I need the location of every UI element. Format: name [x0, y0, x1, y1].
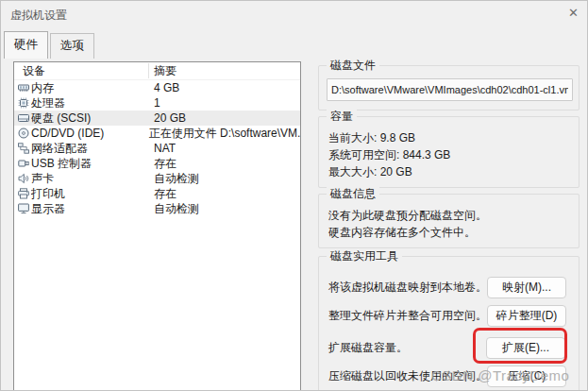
capacity-group-label: 容量 [327, 110, 357, 124]
compact-label: 压缩磁盘以回收未使用的空间。 [328, 368, 487, 384]
device-list: 设备 摘要 内存 4 GB 处理器 1 硬盘 (SCSI) 20 GB CD/D… [13, 61, 301, 391]
device-summary: 自动检测 [148, 171, 199, 187]
titlebar: 虚拟机设置 ✕ [1, 1, 587, 27]
current-size-text: 当前大小: 9.8 GB [328, 129, 571, 146]
memory-icon [18, 82, 31, 94]
device-summary: 20 GB [148, 111, 186, 125]
window-title: 虚拟机设置 [10, 8, 67, 24]
column-header-summary[interactable]: 摘要 [148, 63, 176, 79]
display-icon [18, 203, 31, 214]
device-summary: 4 GB [148, 81, 179, 94]
device-row-network-adapter[interactable]: 网络适配器 NAT [14, 141, 300, 156]
device-row-display[interactable]: 显示器 自动检测 [14, 201, 300, 216]
column-header-device[interactable]: 设备 [14, 63, 148, 79]
device-row-printer[interactable]: 打印机 存在 [14, 186, 300, 201]
map-button[interactable]: 映射(M)... [487, 277, 566, 298]
cd-dvd-icon [18, 128, 31, 139]
device-row-usb-controller[interactable]: USB 控制器 存在 [14, 156, 300, 171]
disk-file-group-label: 磁盘文件 [327, 59, 379, 73]
device-summary: 存在 [148, 186, 176, 202]
device-summary: 1 [148, 96, 160, 110]
disk-info-line2: 硬盘内容存储在多个文件中。 [328, 224, 571, 241]
device-row-cddvd[interactable]: CD/DVD (IDE) 正在使用文件 D:\software\VM... [14, 126, 300, 141]
device-summary: NAT [148, 142, 176, 155]
tab-hardware[interactable]: 硬件 [4, 31, 48, 59]
device-row-memory[interactable]: 内存 4 GB [14, 80, 300, 95]
sound-card-icon [18, 173, 31, 184]
device-name: 网络适配器 [31, 141, 148, 157]
disk-file-path-input[interactable] [327, 78, 573, 101]
device-row-harddisk[interactable]: 硬盘 (SCSI) 20 GB [14, 110, 300, 126]
tab-bar: 硬件 选项 [4, 31, 96, 59]
device-name: 内存 [31, 80, 148, 96]
expand-button[interactable]: 扩展(E)... [486, 337, 565, 359]
capacity-group: 容量 当前大小: 9.8 GB 系统可用空间: 844.3 GB 最大大小: 2… [318, 116, 580, 188]
device-name: 处理器 [31, 95, 148, 111]
device-name: 打印机 [31, 186, 148, 202]
disk-info-line1: 没有为此硬盘预分配磁盘空间。 [328, 207, 571, 224]
disk-utilities-group: 磁盘实用工具 将该虚拟机磁盘映射到本地卷。 映射(M)... 整理文件碎片并整合… [318, 256, 580, 391]
expand-label: 扩展磁盘容量。 [328, 340, 408, 356]
defragment-label: 整理文件碎片并整合可用空间。 [328, 308, 487, 324]
max-size-text: 最大大小: 20 GB [328, 163, 571, 180]
close-icon[interactable]: ✕ [568, 6, 579, 20]
device-name: 声卡 [31, 171, 148, 187]
disk-file-group: 磁盘文件 [318, 65, 580, 110]
expand-row: 扩展磁盘容量。 扩展(E)... [328, 336, 565, 359]
device-row-sound-card[interactable]: 声卡 自动检测 [14, 171, 300, 186]
usb-controller-icon [18, 158, 31, 169]
device-name: 显示器 [31, 201, 148, 217]
disk-info-group: 磁盘信息 没有为此硬盘预分配磁盘空间。 硬盘内容存储在多个文件中。 [318, 194, 580, 248]
printer-icon [18, 188, 31, 199]
disk-info-group-label: 磁盘信息 [327, 187, 379, 201]
network-adapter-icon [18, 143, 31, 154]
system-free-space-text: 系统可用空间: 844.3 GB [328, 146, 571, 163]
processor-icon [18, 97, 31, 109]
map-label: 将该虚拟机磁盘映射到本地卷。 [328, 280, 487, 296]
defragment-button[interactable]: 碎片整理(D) [487, 305, 566, 327]
device-list-header: 设备 摘要 [14, 62, 300, 80]
vm-settings-dialog: 虚拟机设置 ✕ 硬件 选项 设备 摘要 内存 4 GB 处理器 1 硬盘 (SC… [0, 0, 588, 391]
disk-utilities-group-label: 磁盘实用工具 [327, 249, 402, 264]
device-name: USB 控制器 [31, 156, 148, 172]
device-name: CD/DVD (IDE) [31, 127, 143, 140]
compact-button[interactable]: 压缩(C) [487, 366, 566, 387]
map-row: 将该虚拟机磁盘映射到本地卷。 映射(M)... [328, 276, 565, 298]
device-summary: 存在 [148, 156, 176, 172]
device-summary: 自动检测 [148, 201, 199, 217]
harddisk-icon [18, 112, 31, 124]
device-summary: 正在使用文件 D:\software\VM... [143, 126, 300, 142]
device-name: 硬盘 (SCSI) [31, 110, 148, 127]
compact-row: 压缩磁盘以回收未使用的空间。 压缩(C) [328, 365, 565, 387]
defragment-row: 整理文件碎片并整合可用空间。 碎片整理(D) [328, 304, 565, 327]
tab-options[interactable]: 选项 [50, 33, 94, 59]
device-row-processor[interactable]: 处理器 1 [14, 95, 300, 110]
column-divider [148, 63, 149, 78]
